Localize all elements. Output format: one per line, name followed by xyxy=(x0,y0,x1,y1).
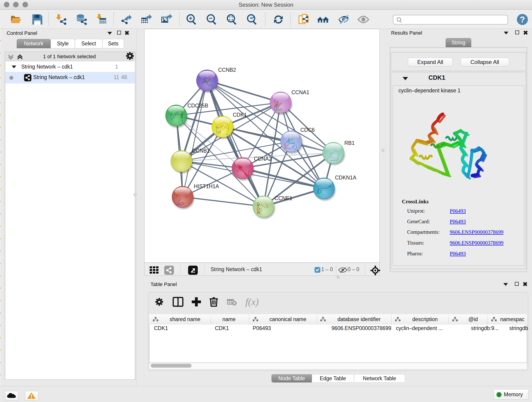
svg-text:CCNE1: CCNE1 xyxy=(274,195,292,201)
svg-text:f(x): f(x) xyxy=(245,297,259,307)
svg-text:?: ? xyxy=(520,15,525,24)
svg-text:CDC6: CDC6 xyxy=(300,127,315,133)
svg-text:CDKN1A: CDKN1A xyxy=(335,175,356,181)
svg-text:CDC25B: CDC25B xyxy=(187,103,208,109)
svg-text:CCNA1: CCNA1 xyxy=(291,89,309,95)
svg-text:CCNB1: CCNB1 xyxy=(192,148,210,154)
svg-text:CDK1: CDK1 xyxy=(233,112,247,118)
svg-text:RB1: RB1 xyxy=(344,140,355,146)
svg-text:HIST1H1A: HIST1H1A xyxy=(194,183,219,189)
svg-text:CCNB2: CCNB2 xyxy=(218,67,236,73)
svg-text:CCNA2: CCNA2 xyxy=(254,156,272,162)
